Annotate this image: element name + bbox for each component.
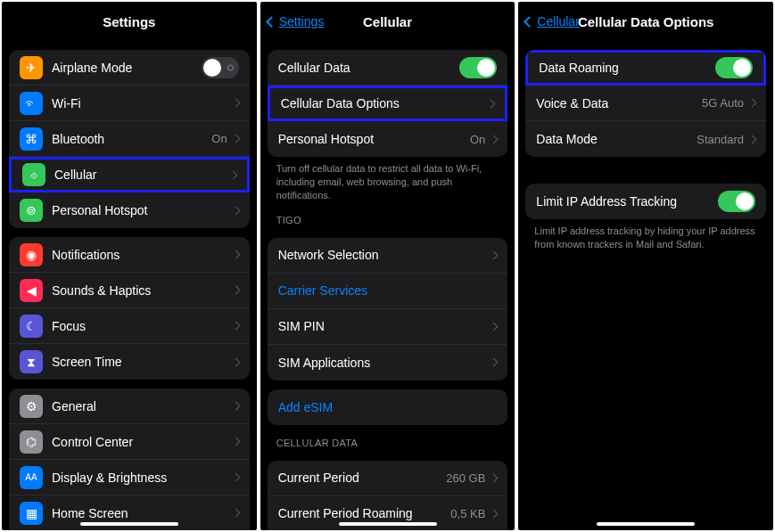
- options-group-main: Data RoamingVoice & Data5G AutoData Mode…: [525, 50, 766, 157]
- row-label: Voice & Data: [536, 96, 702, 110]
- row-sim-pin[interactable]: SIM PIN: [268, 309, 508, 345]
- header: Settings: [2, 2, 257, 41]
- chevron-right-icon: [231, 473, 240, 482]
- sounds-icon: ◀︎: [20, 279, 43, 302]
- chevron-right-icon: [490, 135, 499, 143]
- row-add-esim[interactable]: Add eSIM: [268, 389, 508, 425]
- chevron-left-icon: [524, 16, 535, 28]
- back-label: Cellular: [537, 14, 579, 29]
- row-label: SIM PIN: [278, 319, 491, 333]
- row-label: Screen Time: [52, 355, 233, 369]
- chevron-right-icon: [231, 286, 240, 295]
- chevron-right-icon: [231, 250, 240, 259]
- row-personal-hotspot[interactable]: Personal HotspotOn: [268, 121, 508, 157]
- cellular-icon: ⟐: [22, 163, 45, 186]
- cellular-group-esim: Add eSIM: [268, 389, 508, 425]
- row-label: Display & Brightness: [52, 471, 233, 485]
- chevron-right-icon: [231, 322, 240, 331]
- row-voice-data[interactable]: Voice & Data5G Auto: [525, 86, 766, 121]
- airplane-icon: ✈: [20, 56, 43, 79]
- row-data-mode[interactable]: Data ModeStandard: [525, 121, 766, 157]
- row-label: Cellular: [54, 168, 230, 182]
- toggle-switch[interactable]: [459, 57, 497, 78]
- chevron-right-icon: [490, 509, 499, 518]
- toggle-switch[interactable]: [202, 57, 239, 78]
- row-label: Data Mode: [536, 132, 697, 146]
- row-display-brightness[interactable]: AADisplay & Brightness: [9, 460, 250, 495]
- chevron-right-icon: [231, 357, 240, 366]
- row-bluetooth[interactable]: ⌘BluetoothOn: [9, 121, 250, 157]
- row-value: 5G Auto: [702, 96, 744, 110]
- row-sim-applications[interactable]: SIM Applications: [268, 345, 508, 381]
- footer-text: Limit IP address tracking by hiding your…: [518, 219, 773, 251]
- back-button[interactable]: Settings: [268, 14, 325, 29]
- cellular-group-data: Current Period260 GBCurrent Period Roami…: [268, 461, 508, 530]
- row-label: Focus: [52, 319, 233, 333]
- homescreen-icon: ▦: [20, 502, 43, 525]
- row-data-roaming[interactable]: Data Roaming: [525, 50, 766, 86]
- row-airplane-mode[interactable]: ✈Airplane Mode: [9, 50, 250, 86]
- settings-group-general: ⚙General⌬Control CenterAADisplay & Brigh…: [9, 389, 250, 530]
- header: Cellular Cellular Data Options: [518, 2, 773, 41]
- display-icon: AA: [20, 466, 43, 489]
- bluetooth-icon: ⌘: [20, 127, 43, 151]
- page-title: Cellular: [363, 14, 412, 29]
- chevron-right-icon: [228, 170, 237, 179]
- row-personal-hotspot[interactable]: ⊚Personal Hotspot: [9, 192, 250, 228]
- row-general[interactable]: ⚙General: [9, 389, 250, 424]
- row-label: Cellular Data Options: [281, 96, 489, 110]
- row-network-selection[interactable]: Network Selection: [268, 238, 508, 274]
- chevron-right-icon: [490, 358, 499, 367]
- settings-group-alerts: ◉Notifications◀︎Sounds & Haptics☾Focus⧗S…: [9, 237, 250, 380]
- chevron-right-icon: [231, 509, 240, 518]
- chevron-right-icon: [231, 206, 240, 215]
- page-title: Cellular Data Options: [578, 14, 714, 29]
- back-button[interactable]: Cellular: [525, 14, 579, 29]
- row-control-center[interactable]: ⌬Control Center: [9, 424, 250, 460]
- controlcenter-icon: ⌬: [20, 430, 43, 454]
- toggle-switch[interactable]: [715, 57, 753, 78]
- row-current-period: Current Period260 GB: [268, 461, 508, 496]
- row-label: Bluetooth: [52, 132, 211, 146]
- chevron-right-icon: [490, 473, 499, 482]
- chevron-right-icon: [490, 250, 499, 259]
- row-label: General: [52, 399, 233, 413]
- home-indicator[interactable]: [597, 522, 695, 526]
- row-carrier-services[interactable]: Carrier Services: [268, 274, 508, 309]
- row-cellular-data[interactable]: Cellular Data: [268, 50, 508, 86]
- cellular-group-tigo: Network SelectionCarrier ServicesSIM PIN…: [268, 238, 508, 381]
- page-title: Settings: [103, 14, 155, 29]
- row-limit-ip-address-tracking[interactable]: Limit IP Address Tracking: [525, 184, 766, 219]
- row-label: Limit IP Address Tracking: [536, 194, 718, 209]
- chevron-right-icon: [231, 438, 240, 446]
- row-label: Sounds & Haptics: [52, 283, 233, 298]
- row-label: Carrier Services: [278, 283, 498, 298]
- settings-group-network: ✈Airplane ModeᯤWi-Fi⌘BluetoothOn⟐Cellula…: [9, 50, 250, 228]
- chevron-right-icon: [231, 135, 240, 143]
- row-value: On: [470, 133, 485, 146]
- row-value: 260 GB: [446, 471, 485, 485]
- toggle-switch[interactable]: [718, 191, 755, 212]
- row-label: Personal Hotspot: [52, 203, 233, 217]
- row-screen-time[interactable]: ⧗Screen Time: [9, 344, 250, 380]
- row-label: SIM Applications: [278, 356, 491, 370]
- general-icon: ⚙: [20, 395, 43, 418]
- chevron-left-icon: [266, 16, 277, 28]
- row-wi-fi[interactable]: ᯤWi-Fi: [9, 86, 250, 121]
- home-indicator[interactable]: [339, 522, 437, 526]
- row-cellular[interactable]: ⟐Cellular: [9, 157, 250, 192]
- row-notifications[interactable]: ◉Notifications: [9, 237, 250, 273]
- home-indicator[interactable]: [80, 522, 178, 526]
- row-cellular-data-options[interactable]: Cellular Data Options: [268, 86, 508, 121]
- row-sounds-haptics[interactable]: ◀︎Sounds & Haptics: [9, 273, 250, 308]
- row-label: Control Center: [52, 435, 233, 449]
- row-label: Airplane Mode: [52, 61, 202, 75]
- header: Settings Cellular: [260, 2, 515, 41]
- chevron-right-icon: [748, 135, 757, 143]
- chevron-right-icon: [487, 99, 496, 108]
- cellular-data-options-panel: Cellular Cellular Data Options Data Roam…: [518, 2, 773, 530]
- chevron-right-icon: [748, 99, 757, 108]
- cellular-group-main: Cellular DataCellular Data OptionsPerson…: [268, 50, 508, 157]
- row-value: On: [211, 132, 227, 145]
- row-focus[interactable]: ☾Focus: [9, 308, 250, 344]
